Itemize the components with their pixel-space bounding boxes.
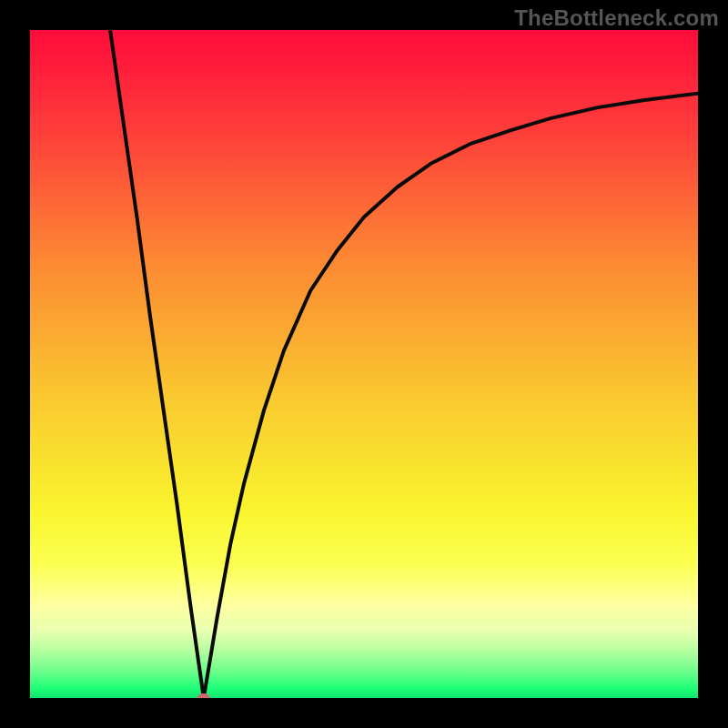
- gradient-background: [30, 30, 698, 698]
- chart-frame: TheBottleneck.com: [0, 0, 728, 728]
- watermark-text: TheBottleneck.com: [514, 5, 719, 31]
- plot-area: [30, 30, 698, 698]
- plot-svg: [30, 30, 698, 698]
